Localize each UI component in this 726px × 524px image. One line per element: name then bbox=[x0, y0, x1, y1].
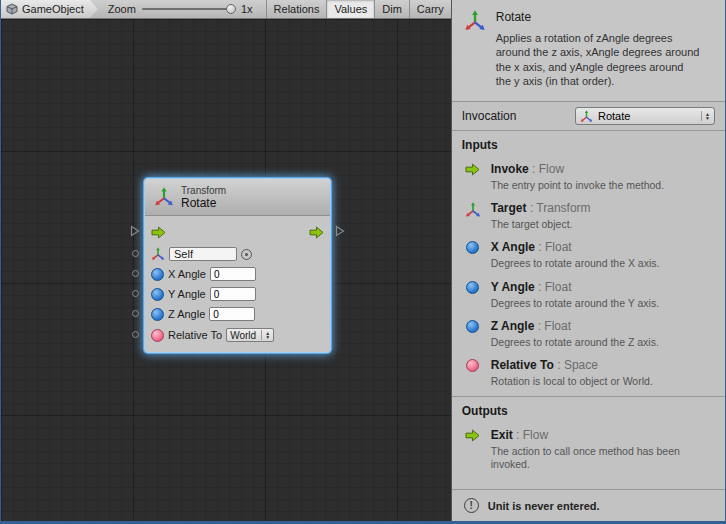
invocation-dropdown[interactable]: Rotate ▲▼ bbox=[575, 107, 715, 125]
float-port-icon[interactable] bbox=[151, 308, 164, 321]
invoke-flow-arrow-icon[interactable] bbox=[151, 226, 166, 239]
relative-to-dropdown[interactable]: World ▲▼ bbox=[226, 328, 274, 342]
transform-axes-icon bbox=[580, 110, 593, 123]
flow-input-port-icon[interactable] bbox=[130, 225, 140, 237]
target-port[interactable] bbox=[132, 250, 139, 257]
invocation-label: Invocation bbox=[462, 109, 517, 123]
port-description: The entry point to invoke the method. bbox=[491, 179, 664, 192]
breadcrumb[interactable]: GameObject bbox=[1, 0, 98, 18]
port-row-z-angle: Z AngleFloat Degrees to rotate around th… bbox=[452, 314, 725, 353]
z-angle-row: Z Angle bbox=[145, 304, 330, 324]
relative-to-label: Relative To bbox=[168, 329, 222, 341]
node-subtitle: Rotate bbox=[181, 197, 226, 210]
transform-axes-icon bbox=[465, 202, 481, 218]
exit-flow-arrow-icon[interactable] bbox=[309, 226, 324, 239]
port-name: X Angle bbox=[491, 240, 535, 254]
warning-bar: ! Unit is never entered. bbox=[452, 489, 725, 521]
y-angle-port[interactable] bbox=[132, 290, 139, 297]
port-name: Z Angle bbox=[491, 319, 535, 333]
inspector-title: Rotate bbox=[496, 10, 701, 24]
bolt-graph-window: GameObject Zoom 1x Relations Values Dim … bbox=[0, 0, 726, 524]
node-titles: Transform Rotate bbox=[181, 185, 226, 210]
float-port-icon bbox=[466, 241, 479, 254]
port-row-target: TargetTransform The target object. bbox=[452, 196, 725, 235]
port-name: Exit bbox=[491, 428, 513, 442]
rotate-unit-node[interactable]: Transform Rotate Self bbox=[144, 178, 331, 353]
float-port-icon bbox=[466, 320, 479, 333]
gameobject-cube-icon bbox=[6, 3, 18, 15]
object-picker-icon[interactable] bbox=[241, 249, 252, 260]
port-description: The target object. bbox=[491, 218, 591, 231]
transform-axes-icon bbox=[464, 10, 486, 32]
y-angle-row: Y Angle bbox=[145, 284, 330, 304]
y-angle-label: Y Angle bbox=[168, 288, 206, 300]
node-header[interactable]: Transform Rotate bbox=[145, 179, 330, 216]
z-angle-input[interactable] bbox=[209, 307, 255, 321]
inspector-description: Applies a rotation of zAngle degrees aro… bbox=[496, 31, 701, 88]
graph-canvas[interactable]: Transform Rotate Self bbox=[1, 19, 451, 521]
port-description: Degrees to rotate around the X axis. bbox=[491, 257, 660, 270]
inputs-section-header: Inputs bbox=[452, 131, 725, 157]
exclamation-icon: ! bbox=[464, 498, 479, 513]
invocation-value: Rotate bbox=[598, 110, 694, 122]
x-angle-input[interactable] bbox=[210, 267, 256, 281]
node-wrapper: Transform Rotate Self bbox=[126, 178, 349, 353]
port-name: Y Angle bbox=[491, 280, 535, 294]
node-body: Self X Angle Y Angle bbox=[145, 216, 330, 352]
self-object-field[interactable]: Self bbox=[169, 247, 237, 261]
port-row-exit: ExitFlow The action to call once method … bbox=[452, 423, 725, 475]
port-type: Flow bbox=[529, 162, 564, 176]
zoom-slider[interactable] bbox=[142, 8, 234, 10]
flow-output-port-icon[interactable] bbox=[335, 225, 345, 237]
z-angle-port[interactable] bbox=[132, 310, 139, 317]
zoom-label: Zoom bbox=[108, 3, 136, 15]
port-name: Invoke bbox=[491, 162, 529, 176]
values-button[interactable]: Values bbox=[326, 0, 374, 18]
port-row-invoke: InvokeFlow The entry point to invoke the… bbox=[452, 157, 725, 196]
flow-arrow-icon bbox=[465, 429, 480, 442]
dropdown-arrows-icon: ▲▼ bbox=[261, 330, 270, 340]
port-description: Degrees to rotate around the Z axis. bbox=[491, 336, 659, 349]
carry-button[interactable]: Carry bbox=[409, 0, 451, 18]
transform-axes-icon bbox=[154, 187, 174, 207]
flow-arrow-icon bbox=[465, 163, 480, 176]
x-angle-port[interactable] bbox=[132, 270, 139, 277]
x-angle-row: X Angle bbox=[145, 264, 330, 284]
zoom-value: 1x bbox=[241, 3, 253, 15]
port-type: Flow bbox=[513, 428, 548, 442]
graph-toolbar: GameObject Zoom 1x Relations Values Dim … bbox=[1, 0, 451, 19]
self-row: Self bbox=[145, 244, 330, 264]
port-name: Target bbox=[491, 201, 527, 215]
external-input-ports bbox=[126, 178, 144, 353]
port-row-relative-to: Relative ToSpace Rotation is local to ob… bbox=[452, 353, 725, 392]
port-type: Float bbox=[534, 319, 571, 333]
float-port-icon bbox=[466, 281, 479, 294]
node-title: Transform bbox=[181, 185, 226, 197]
dropdown-arrows-icon: ▲▼ bbox=[701, 111, 710, 121]
warning-text: Unit is never entered. bbox=[488, 500, 600, 512]
dim-button[interactable]: Dim bbox=[374, 0, 409, 18]
port-name: Relative To bbox=[491, 358, 554, 372]
port-description: Degrees to rotate around the Y axis. bbox=[491, 297, 659, 310]
port-type: Transform bbox=[527, 201, 591, 215]
port-type: Float bbox=[535, 240, 572, 254]
space-port-icon bbox=[466, 359, 479, 372]
relative-to-row: Relative To World ▲▼ bbox=[145, 324, 330, 346]
external-output-ports bbox=[331, 178, 349, 353]
relative-to-port[interactable] bbox=[132, 331, 139, 338]
float-port-icon[interactable] bbox=[151, 268, 164, 281]
port-description: Rotation is local to object or World. bbox=[491, 375, 653, 388]
breadcrumb-label: GameObject bbox=[22, 3, 84, 15]
z-angle-label: Z Angle bbox=[168, 308, 205, 320]
port-description: The action to call once method has been … bbox=[491, 445, 706, 471]
port-type: Space bbox=[554, 358, 598, 372]
port-type: Float bbox=[535, 280, 572, 294]
float-port-icon[interactable] bbox=[151, 288, 164, 301]
zoom-slider-thumb[interactable] bbox=[226, 4, 236, 14]
y-angle-input[interactable] bbox=[210, 287, 256, 301]
inspector-panel: Rotate Applies a rotation of zAngle degr… bbox=[452, 0, 725, 521]
invocation-row: Invocation Rotate ▲▼ bbox=[452, 102, 725, 131]
port-row-y-angle: Y AngleFloat Degrees to rotate around th… bbox=[452, 275, 725, 314]
space-port-icon[interactable] bbox=[151, 329, 164, 342]
relations-button[interactable]: Relations bbox=[266, 0, 327, 18]
